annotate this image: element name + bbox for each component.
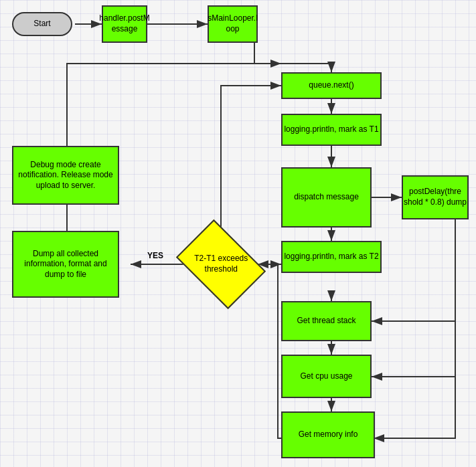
- debug-mode-node: Debug mode create notification. Release …: [12, 146, 119, 205]
- get-cpu-usage-node: Get cpu usage: [281, 355, 372, 398]
- logging-t1-node: logging.println, mark as T1: [281, 114, 382, 146]
- flowchart-canvas: YES NO Start handler.postM essage sMainL…: [0, 0, 476, 467]
- get-thread-stack-node: Get thread stack: [281, 301, 372, 341]
- smainlooper-node: sMainLooper.l oop: [208, 5, 258, 43]
- post-delay-node: postDelay(thre shold * 0.8) dump: [402, 175, 469, 219]
- start-node: Start: [12, 12, 72, 36]
- get-memory-info-node: Get memory info: [281, 411, 375, 458]
- handler-node: handler.postM essage: [102, 5, 147, 43]
- yes-label: YES: [147, 251, 163, 260]
- dispatch-message-node: dispatch message: [281, 167, 372, 227]
- diamond-node: T2-T1 exceeds threshold: [176, 219, 266, 309]
- logging-t2-node: logging.println, mark as T2: [281, 241, 382, 273]
- queue-next-node: queue.next(): [281, 72, 382, 99]
- dump-all-node: Dump all collected information, format a…: [12, 231, 119, 298]
